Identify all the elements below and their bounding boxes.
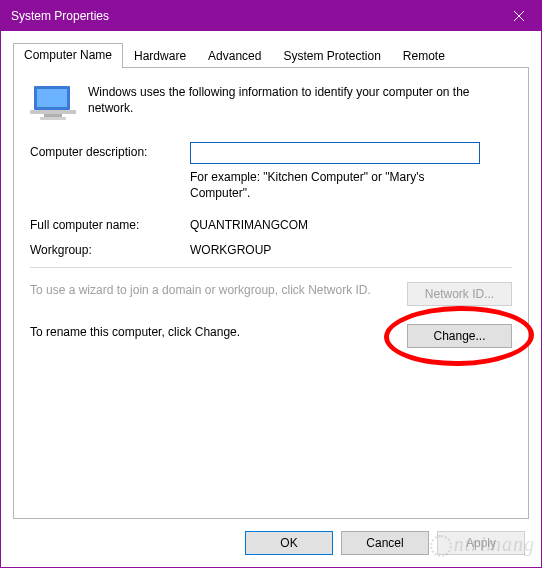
workgroup-value: WORKGROUP: [190, 240, 512, 257]
full-name-label: Full computer name:: [30, 215, 190, 232]
svg-rect-6: [40, 117, 66, 120]
titlebar: System Properties: [1, 1, 541, 31]
close-button[interactable]: [496, 1, 541, 31]
svg-rect-4: [30, 110, 76, 114]
description-input[interactable]: [190, 142, 480, 164]
rename-text: To rename this computer, click Change.: [30, 324, 407, 340]
wizard-text: To use a wizard to join a domain or work…: [30, 282, 407, 298]
system-properties-window: System Properties Computer Name Hardware…: [0, 0, 542, 568]
description-label: Computer description:: [30, 142, 190, 201]
tab-hardware[interactable]: Hardware: [123, 45, 197, 67]
tab-remote[interactable]: Remote: [392, 45, 456, 67]
window-title: System Properties: [11, 9, 496, 23]
computer-icon: [30, 84, 76, 124]
full-name-value: QUANTRIMANGCOM: [190, 215, 512, 232]
close-icon: [514, 11, 524, 21]
cancel-button[interactable]: Cancel: [341, 531, 429, 555]
apply-button: Apply: [437, 531, 525, 555]
tab-strip: Computer Name Hardware Advanced System P…: [13, 43, 529, 67]
client-area: Computer Name Hardware Advanced System P…: [1, 31, 541, 567]
intro-text: Windows uses the following information t…: [88, 82, 512, 116]
tab-advanced[interactable]: Advanced: [197, 45, 272, 67]
ok-button[interactable]: OK: [245, 531, 333, 555]
computer-name-panel: Windows uses the following information t…: [13, 67, 529, 519]
change-button[interactable]: Change...: [407, 324, 512, 348]
svg-rect-5: [44, 114, 62, 117]
workgroup-label: Workgroup:: [30, 240, 190, 257]
tab-system-protection[interactable]: System Protection: [272, 45, 391, 67]
svg-rect-3: [37, 89, 67, 107]
tab-computer-name[interactable]: Computer Name: [13, 43, 123, 68]
divider: [30, 267, 512, 268]
description-example: For example: "Kitchen Computer" or "Mary…: [190, 170, 480, 201]
network-id-button: Network ID...: [407, 282, 512, 306]
dialog-buttons: OK Cancel Apply: [13, 519, 529, 567]
